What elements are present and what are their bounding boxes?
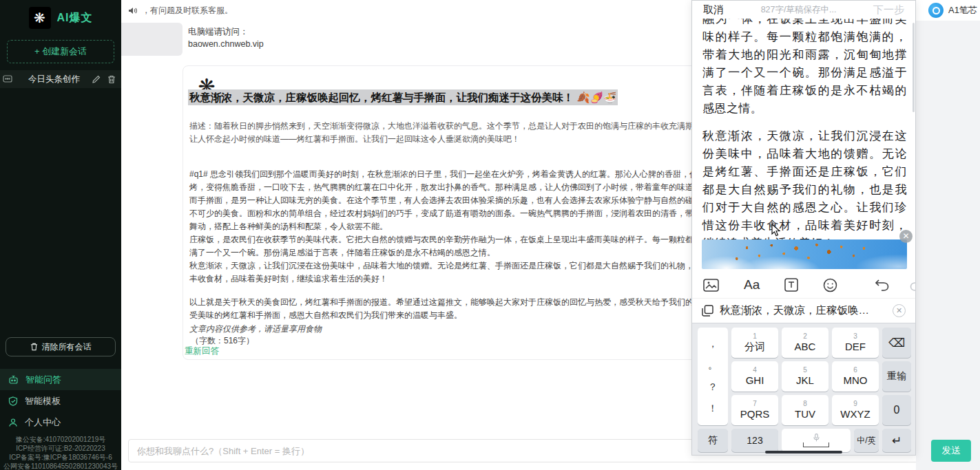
- body-line: 而手擀面，是另一种让人回味无穷的美食。在这个季节里，有人会选择去农田体验采摘的乐…: [189, 194, 768, 207]
- clipboard-icon: [702, 305, 713, 317]
- panel-scrollbar[interactable]: [913, 23, 915, 112]
- edit-icon[interactable]: [92, 75, 101, 84]
- speaker-icon: [128, 6, 138, 15]
- body-line: 烤，变得焦脆香甜，一口咬下去，热气腾腾的红薯在口中化开，散发出扑鼻的香气。那种满…: [189, 181, 768, 194]
- punctuation-symbol[interactable]: ？: [708, 381, 718, 394]
- t9-key[interactable]: 4 GHI: [731, 361, 778, 392]
- clipboard-text: 秋意渐浓，天微凉，庄稼饭唤…: [720, 303, 893, 318]
- t9-key[interactable]: 1 分词: [731, 328, 778, 358]
- right-background: [916, 21, 980, 470]
- app-root: ❋ AI爆文 + 创建新会话 今日头条创作 清除所有会话 智能问答: [0, 0, 980, 470]
- t9-key[interactable]: 9 WXYZ: [832, 395, 879, 425]
- mic-icon: [813, 434, 820, 442]
- icp-footer-line: ICP经营许可证:B2-20220223: [0, 444, 121, 453]
- punctuation-symbol[interactable]: ，: [708, 338, 718, 350]
- editor-paragraph: 融为一体，在饭桌上呈现出丰盛而美味的样子。每一颗粒都饱满饱满的，带着大地的阳光和…: [702, 10, 907, 118]
- t9-key[interactable]: 3 DEF: [832, 328, 879, 358]
- description-line: 让人怀念起小时候的味道——烤红薯和手擀面。让我们一起回味这令人垂涎欲滴的美味吧！: [189, 133, 768, 146]
- retype-key[interactable]: 重输: [882, 361, 911, 392]
- scrolled-message-remnant: [121, 23, 183, 56]
- openai-logo-icon: ❋: [29, 7, 51, 29]
- redo-icon[interactable]: [909, 279, 916, 291]
- home-indicator: [765, 451, 842, 453]
- icp-footer-line: ICP备案号:豫ICP备18036746号-6: [0, 453, 121, 462]
- shield-icon: [8, 396, 18, 406]
- article-title: 秋意渐浓，天微凉，庄稼饭唤起回忆，烤红薯与手擀面，让我们痴迷于这份美味！ 🍂🍠🍜: [188, 91, 618, 105]
- zero-key[interactable]: 0: [882, 395, 911, 425]
- body-line: 满了一个又一个碗。那份满足感溢于言表，伴随着庄稼饭的是永不枯竭的感恩之情。: [189, 246, 768, 259]
- account-name: A1笔芯: [948, 4, 977, 17]
- trash-icon: [30, 343, 38, 351]
- backspace-key[interactable]: ⌫: [882, 328, 911, 358]
- body-line: #q1# 思念引领我们回到那个温暖而美好的时刻，在秋意渐浓的日子里，我们一起坐在…: [189, 168, 768, 181]
- visit-url[interactable]: baowen.chnweb.vip: [188, 38, 264, 50]
- enter-key[interactable]: ↵: [882, 429, 911, 452]
- body-line: 不可少的美食。面粉和水的简单组合，经过农村妈妈们的巧手，变成了筋道有嚼劲的面条。…: [189, 207, 768, 220]
- language-toggle-key[interactable]: 中/英: [854, 429, 879, 452]
- t9-grid: 1 分词 2 ABC 3 DEF 4 GHI 5 JKL 6 MNO: [731, 328, 879, 425]
- sidebar-menu: 智能问答 智能模板 个人中心: [0, 369, 121, 433]
- closing-line: 以上就是关于秋天的美食回忆，烤红薯和手擀面的报道。希望通过这篇推文，能够唤起大家…: [189, 296, 768, 309]
- article-description: 描述：随着秋日的脚步悄然来到，天空渐渐变得微凉，大地也洋溢着收获的气息。这个季节…: [189, 120, 768, 146]
- conversation-title: 今日头条创作: [17, 74, 92, 85]
- t9-key[interactable]: 7 PQRS: [731, 395, 778, 425]
- image-close-button[interactable]: ✕: [899, 230, 913, 243]
- space-key[interactable]: [782, 429, 851, 452]
- sidebar-item-profile[interactable]: 个人中心: [0, 412, 121, 433]
- next-step-button[interactable]: 下一步: [873, 3, 904, 17]
- sidebar-item-qa[interactable]: 智能问答: [0, 369, 121, 390]
- disclaimer-text: 文章内容仅供参考，请适量享用食物: [189, 323, 322, 335]
- punctuation-symbol[interactable]: 。: [708, 359, 718, 372]
- delete-icon[interactable]: [107, 75, 116, 84]
- sidebar: ❋ AI爆文 + 创建新会话 今日头条创作 清除所有会话 智能问答: [0, 0, 121, 470]
- body-line: 庄稼饭，是农民们在收获季节的美味代表。它把大自然的馈赠与农民的辛勤劳作融为一体，…: [189, 233, 768, 246]
- insert-image-icon[interactable]: [703, 279, 719, 292]
- clipboard-bar[interactable]: 秋意渐浓，天微凉，庄稼饭唤… ✕: [692, 298, 915, 323]
- sidebar-logo: ❋ AI爆文: [0, 0, 121, 30]
- visit-tip: 电脑端请访问： baowen.chnweb.vip: [188, 25, 264, 50]
- editor-paragraph: 秋意渐浓，天微凉，让我们沉浸在这份美味中，品味着大地的馈赠。无论是烤红薯、手擀面…: [702, 127, 907, 253]
- phone-editor-panel: 取消 827字/草稿保存中... 下一步 融为一体，在饭桌上呈现出丰盛而美味的样…: [691, 0, 916, 456]
- send-button[interactable]: 发送: [931, 440, 971, 462]
- conversation-item[interactable]: 今日头条创作: [0, 70, 121, 88]
- draft-status: 827字/草稿保存中...: [724, 4, 873, 16]
- robot-icon: [8, 375, 19, 385]
- t9-key[interactable]: 5 JKL: [782, 361, 828, 392]
- user-icon: [8, 418, 18, 427]
- t9-key[interactable]: 2 ABC: [782, 328, 828, 358]
- sidebar-item-templates[interactable]: 智能模板: [0, 390, 121, 412]
- mouse-cursor: [771, 224, 781, 237]
- body-line: 丰收食材，品味着美好时刻，继续追求着生活的美好！: [189, 273, 768, 286]
- clipboard-close-button[interactable]: ✕: [893, 304, 906, 317]
- numeric-key[interactable]: 123: [731, 429, 778, 452]
- symbols-key[interactable]: 符: [698, 429, 728, 452]
- phone-topbar: 取消 827字/草稿保存中... 下一步: [692, 1, 915, 19]
- account-row[interactable]: A1笔芯: [916, 0, 980, 21]
- pinyin-keyboard: ，。？！ 1 分词 2 ABC 3 DEF 4 GHI 5 JKL 6: [692, 323, 915, 455]
- icp-footer-line: 豫公安备:41070202001219号: [0, 435, 121, 444]
- icp-footer: 豫公安备:41070202001219号ICP经营许可证:B2-20220223…: [0, 435, 121, 470]
- regenerate-link[interactable]: 重新回答: [185, 345, 219, 357]
- article-body: #q1# 思念引领我们回到那个温暖而美好的时刻，在秋意渐浓的日子里，我们一起坐在…: [189, 168, 768, 286]
- cancel-button[interactable]: 取消: [703, 3, 724, 17]
- body-line: 舞动，搭配上各种鲜美的汤料和配菜，令人欲罢不能。: [189, 220, 768, 233]
- editor-text[interactable]: 融为一体，在饭桌上呈现出丰盛而美味的样子。每一颗粒都饱满饱满的，带着大地的阳光和…: [702, 10, 907, 262]
- title-emojis: 🍂🍠🍜: [574, 92, 616, 103]
- emoji-icon[interactable]: [823, 278, 837, 292]
- text-block-icon[interactable]: [784, 278, 798, 292]
- undo-icon[interactable]: [875, 279, 890, 291]
- font-style-icon[interactable]: Aa: [744, 277, 760, 292]
- account-logo-icon: [928, 3, 943, 18]
- editor-toolbar: Aa: [692, 272, 915, 298]
- closing-line: 受美味的烤红薯和手擀面，感恩大自然和农民们为我们带来的温暖与丰盛。: [189, 309, 768, 322]
- punctuation-symbol[interactable]: ！: [708, 403, 718, 415]
- new-conversation-button[interactable]: + 创建新会话: [7, 40, 114, 63]
- service-notice: ，有问题及时联系客服。: [142, 5, 233, 17]
- article-image: ✕: [702, 239, 907, 269]
- clear-all-button[interactable]: 清除所有会话: [6, 337, 116, 356]
- description-line: 描述：随着秋日的脚步悄然来到，天空渐渐变得微凉，大地也洋溢着收获的气息。这个季节…: [189, 120, 768, 133]
- body-line: 秋意渐浓，天微凉，让我们沉浸在这份美味中，品味着大地的馈赠。无论是烤红薯、手擀面…: [189, 259, 768, 273]
- t9-key[interactable]: 6 MNO: [832, 361, 879, 392]
- t9-key[interactable]: 8 TUV: [782, 395, 828, 425]
- punctuation-key[interactable]: ，。？！: [698, 328, 728, 425]
